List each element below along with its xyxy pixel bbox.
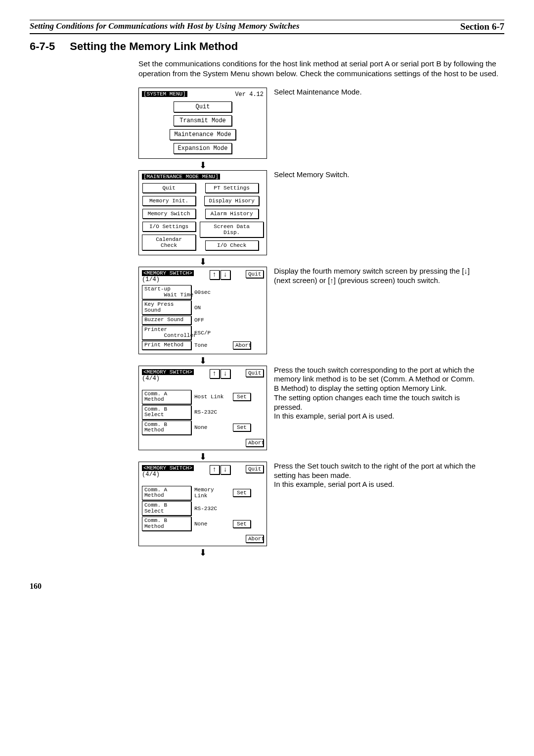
set-button[interactable]: Set xyxy=(233,393,251,401)
quit-button[interactable]: Quit xyxy=(142,183,196,193)
up-arrow-button[interactable]: ↑ xyxy=(210,270,220,280)
key-press-sound-button[interactable]: Key Press Sound xyxy=(142,300,191,315)
abort-button[interactable]: Abort xyxy=(233,341,251,349)
down-arrow-button[interactable]: ↓ xyxy=(221,465,230,474)
running-header: Setting Conditions for Communications wi… xyxy=(30,20,504,34)
quit-button[interactable]: Quit xyxy=(246,465,264,473)
abort-button[interactable]: Abort xyxy=(246,439,264,447)
header-left: Setting Conditions for Communications wi… xyxy=(30,21,300,32)
screen5-title: <MEMORY SWITCH> xyxy=(142,465,194,471)
startup-wait-time-button[interactable]: Start-up Wait Time xyxy=(142,285,191,299)
transmit-mode-button[interactable]: Transmit Mode xyxy=(174,115,232,126)
abort-button[interactable]: Abort xyxy=(246,535,264,543)
comm-a-method-value: Host Link xyxy=(194,394,230,400)
comm-b-method-value: None xyxy=(194,521,230,527)
header-right: Section 6-7 xyxy=(460,21,504,32)
expansion-mode-button[interactable]: Expansion Mode xyxy=(174,143,232,154)
screen3-desc: Display the fourth memory switch screen … xyxy=(274,267,482,285)
comm-b-method-button[interactable]: Comm. B Method xyxy=(142,517,191,531)
down-arrow-button[interactable]: ↓ xyxy=(221,270,230,280)
set-button[interactable]: Set xyxy=(233,424,251,431)
printer-controller-button[interactable]: Printer Controller xyxy=(142,326,191,340)
screen2-desc: Select Memory Switch. xyxy=(274,170,482,180)
display-history-button[interactable]: Display Hisory xyxy=(204,196,259,206)
comm-b-method-button[interactable]: Comm. B Method xyxy=(142,421,191,435)
screen1-title: [SYSTEM MENU] xyxy=(142,91,187,97)
screen4-title: <MEMORY SWITCH> xyxy=(142,369,194,375)
down-arrow-button[interactable]: ↓ xyxy=(221,369,230,378)
flow-container: [SYSTEM MENU] Ver 4.12 Quit Transmit Mod… xyxy=(138,88,504,557)
down-arrow-icon: ⬇ xyxy=(138,548,267,557)
key-press-sound-value: ON xyxy=(194,305,230,311)
section-title-text: Setting the Memory Link Method xyxy=(70,40,238,53)
screen4-page: (4/4) xyxy=(142,375,194,382)
screen3-title: <MEMORY SWITCH> xyxy=(142,270,194,276)
buzzer-sound-value: OFF xyxy=(194,317,230,323)
screen3-page: (1/4) xyxy=(142,276,194,283)
down-arrow-icon: ⬇ xyxy=(138,452,267,461)
alarm-history-button[interactable]: Alarm History xyxy=(205,209,259,219)
quit-button[interactable]: Quit xyxy=(174,101,232,112)
version-label: Ver 4.12 xyxy=(235,91,264,98)
memory-switch-screen-4a: <MEMORY SWITCH> (4/4) ↑ ↓ Quit Comm. A M… xyxy=(138,366,267,450)
screen4-desc: Press the touch switch corresponding to … xyxy=(274,366,482,422)
screen5-desc: Press the Set touch switch to the right … xyxy=(274,462,482,489)
comm-a-method-button[interactable]: Comm. A Method xyxy=(142,390,191,404)
down-arrow-icon: ⬇ xyxy=(138,356,267,365)
maintenance-menu-screen: [MAINTENANCE MODE MENU] Quit Memory Init… xyxy=(138,170,267,255)
quit-button[interactable]: Quit xyxy=(246,369,264,377)
screen5-page: (4/4) xyxy=(142,471,194,478)
down-arrow-icon: ⬇ xyxy=(138,161,267,170)
up-arrow-button[interactable]: ↑ xyxy=(210,465,220,474)
screen-data-disp-button[interactable]: Screen Data Disp. xyxy=(200,222,264,237)
buzzer-sound-button[interactable]: Buzzer Sound xyxy=(142,316,191,325)
screen2-title: [MAINTENANCE MODE MENU] xyxy=(142,174,220,180)
comm-b-method-value: None xyxy=(194,425,230,430)
memory-switch-screen-1: <MEMORY SWITCH> (1/4) ↑ ↓ Quit Start-up … xyxy=(138,267,267,354)
memory-switch-screen-4b: <MEMORY SWITCH> (4/4) ↑ ↓ Quit Comm. A M… xyxy=(138,462,267,546)
comm-b-select-button[interactable]: Comm. B Select xyxy=(142,405,191,420)
startup-wait-time-value: 00sec xyxy=(194,289,230,295)
io-check-button[interactable]: I/O Check xyxy=(205,240,259,250)
calendar-check-button[interactable]: Calendar Check xyxy=(142,235,196,250)
section-heading: 6-7-5 Setting the Memory Link Method xyxy=(30,40,504,53)
comm-b-select-value: RS-232C xyxy=(194,506,230,512)
screen1-desc: Select Maintenance Mode. xyxy=(274,88,482,97)
comm-b-select-value: RS-232C xyxy=(194,409,230,415)
printer-controller-value: ESC/P xyxy=(194,330,230,336)
comm-a-method-value: Memory Link xyxy=(194,487,230,499)
io-settings-button[interactable]: I/O Settings xyxy=(142,222,196,232)
comm-b-select-button[interactable]: Comm. B Select xyxy=(142,501,191,516)
up-arrow-button[interactable]: ↑ xyxy=(210,369,220,378)
print-method-button[interactable]: Print Method xyxy=(142,341,191,350)
set-button[interactable]: Set xyxy=(233,489,251,497)
memory-switch-button[interactable]: Memory Switch xyxy=(142,209,196,219)
print-method-value: Tone xyxy=(194,342,230,348)
section-number: 6-7-5 xyxy=(30,40,55,53)
down-arrow-icon: ⬇ xyxy=(138,257,267,266)
system-menu-screen: [SYSTEM MENU] Ver 4.12 Quit Transmit Mod… xyxy=(138,88,267,159)
maintenance-mode-button[interactable]: Maintenance Mode xyxy=(170,129,235,140)
pt-settings-button[interactable]: PT Settings xyxy=(205,183,259,193)
intro-paragraph: Set the communications conditions for th… xyxy=(138,59,504,79)
page-number: 160 xyxy=(30,582,504,591)
comm-a-method-button[interactable]: Comm. A Method xyxy=(142,486,191,500)
memory-init-button[interactable]: Memory Init. xyxy=(142,196,196,206)
quit-button[interactable]: Quit xyxy=(246,270,264,278)
set-button[interactable]: Set xyxy=(233,520,251,528)
